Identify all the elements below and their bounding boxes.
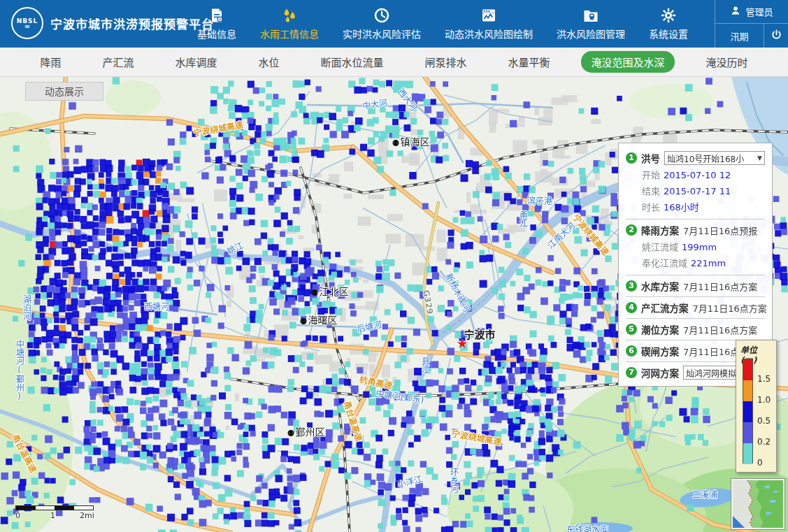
sub-navigation: 降雨产汇流水库调度水位断面水位流量闸泵排水水量平衡淹没范围及水深淹没历时 <box>0 48 788 77</box>
detail-label: 开始 <box>642 170 660 180</box>
panel-row-label: 产汇流方案 <box>641 301 689 315</box>
panel-row-value: 7月11日16点方案 <box>683 323 757 336</box>
menu-item-water-drops[interactable]: 水雨工情信息 <box>259 0 320 48</box>
select-value: 灿鸿河网模拟 <box>686 367 736 379</box>
menu-item-label: 实时洪水风险评估 <box>343 27 421 41</box>
step-number: 1 <box>626 152 637 164</box>
menu-item-folder-lock[interactable]: 洪水风险图管理 <box>555 0 626 48</box>
menu-item-label: 系统设置 <box>649 27 688 41</box>
panel-row-head: 2降雨方案7月11日16点预报 <box>626 223 765 237</box>
chevron-down-icon: ▼ <box>757 154 762 161</box>
scale-label-1: 1 <box>50 511 55 520</box>
step-number: 7 <box>626 367 637 378</box>
panel-row-label: 潮位方案 <box>641 322 679 336</box>
tab-闸泵排水[interactable]: 闸泵排水 <box>415 51 476 73</box>
tab-水位[interactable]: 水位 <box>248 51 289 73</box>
step-number: 4 <box>626 302 637 313</box>
legend-tick-label: 1.0 <box>757 395 771 405</box>
tab-降雨[interactable]: 降雨 <box>30 51 71 73</box>
legend-segment <box>743 401 752 422</box>
step-number: 6 <box>626 345 637 357</box>
app-logo-icon: NBSL≈ <box>11 7 43 39</box>
legend-segment <box>743 359 752 380</box>
main-menu: 基础信息水雨工情信息实时洪水风险评估动态洪水风险图绘制洪水风险图管理系统设置 <box>196 0 689 48</box>
panel-row-label: 碶闸方案 <box>641 344 679 358</box>
flood-season-button[interactable]: 汛期 <box>715 24 764 48</box>
detail-label: 姚江流域 <box>642 242 678 252</box>
panel-row-head: 4产汇流方案7月11日16点方案 <box>626 301 765 315</box>
menu-item-label: 动态洪水风险图绘制 <box>445 27 533 41</box>
user-menu[interactable]: 管理员 <box>715 0 788 24</box>
user-icon <box>730 5 741 18</box>
panel-row-value: 7月11日16点预报 <box>683 224 757 237</box>
menu-item-clock[interactable]: 实时洪水风险评估 <box>341 0 422 48</box>
panel-row-value: 7月11日16点方案 <box>693 301 767 315</box>
legend-segment <box>743 422 752 443</box>
panel-divider <box>626 296 765 297</box>
power-icon <box>771 29 782 43</box>
panel-row-label: 洪号 <box>641 151 660 165</box>
step-number: 5 <box>626 324 637 335</box>
scale-label-2: 2mi <box>80 511 94 520</box>
menu-item-label: 水雨工情信息 <box>260 27 319 41</box>
panel-divider <box>626 275 765 275</box>
panel-row-label: 降雨方案 <box>641 223 679 237</box>
menu-item-label: 基础信息 <box>197 27 236 41</box>
step-number: 2 <box>626 224 637 236</box>
panel-row-value: 7月11日16点方案 <box>683 280 757 293</box>
detail-label: 结束 <box>642 186 660 196</box>
select-value: 灿鸿10号开始168小 <box>667 152 744 164</box>
overview-minimap[interactable] <box>731 479 785 529</box>
panel-detail-row: 开始2015-07-10 12 <box>642 167 765 183</box>
map-area: 镇海区江北区海曙区鄞州区中大河西大河姚江西塘河湖泊河中塘河(鄞州)后塘河甬江江滨… <box>0 77 788 532</box>
document-info-icon <box>208 7 225 24</box>
scale-label-0: 0 <box>15 511 20 520</box>
detail-label: 时长 <box>642 202 660 213</box>
detail-value: 2015-07-10 12 <box>664 170 731 180</box>
tab-水库调度[interactable]: 水库调度 <box>165 51 227 73</box>
panel-row-head: 1洪号灿鸿10号开始168小▼ <box>626 151 765 165</box>
app-header: NBSL≈ 宁波市城市洪涝预报预警平台 基础信息水雨工情信息实时洪水风险评估动态… <box>0 0 788 48</box>
detail-value: 2015-07-17 11 <box>664 186 731 196</box>
legend-tick-label: 0.5 <box>757 416 771 426</box>
map-scale-bar: 0 1 2mi <box>15 505 94 521</box>
brand: NBSL≈ 宁波市城市洪涝预报预警平台 <box>11 7 214 39</box>
water-drops-icon <box>281 7 298 24</box>
legend-segment <box>743 380 752 401</box>
chart-window-icon <box>480 7 497 24</box>
menu-item-gear[interactable]: 系统设置 <box>647 0 689 48</box>
panel-detail-row: 奉化江流域221mm <box>642 255 765 271</box>
detail-value: 221mm <box>691 258 726 268</box>
tab-产汇流[interactable]: 产汇流 <box>92 51 143 73</box>
step-number: 3 <box>626 280 637 292</box>
menu-item-chart-window[interactable]: 动态洪水风险图绘制 <box>443 0 534 48</box>
panel-row-head: 5潮位方案7月11日16点方案 <box>626 322 765 336</box>
user-name: 管理员 <box>745 5 773 18</box>
logout-button[interactable] <box>764 24 788 48</box>
tab-断面水位流量[interactable]: 断面水位流量 <box>310 51 393 73</box>
minimap-collapse-icon[interactable] <box>733 516 745 528</box>
panel-detail-row: 姚江流域199mm <box>642 239 765 255</box>
panel-row-label: 河网方案 <box>641 366 679 380</box>
legend-tick-label: 0 <box>757 458 763 468</box>
legend-tick-label: 0.2 <box>757 437 771 447</box>
panel-detail-row: 时长168小时 <box>642 199 765 215</box>
menu-item-document-info[interactable]: 基础信息 <box>196 0 238 48</box>
洪号-select[interactable]: 灿鸿10号开始168小▼ <box>664 151 765 165</box>
legend-color-bar <box>743 359 753 463</box>
detail-value: 168小时 <box>664 202 699 213</box>
user-zone: 管理员 汛期 <box>715 0 788 48</box>
panel-divider <box>626 318 765 319</box>
clock-icon <box>373 7 390 24</box>
legend-segment <box>743 443 752 464</box>
tab-淹没历时[interactable]: 淹没历时 <box>696 51 757 73</box>
detail-label: 奉化江流域 <box>642 258 687 268</box>
tab-水量平衡[interactable]: 水量平衡 <box>498 51 559 73</box>
gear-icon <box>660 7 677 24</box>
tab-淹没范围及水深[interactable]: 淹没范围及水深 <box>581 51 674 73</box>
panel-detail-row: 结束2015-07-17 11 <box>642 183 765 199</box>
detail-value: 199mm <box>682 242 717 252</box>
panel-divider <box>626 219 765 220</box>
dynamic-display-button[interactable]: 动态展示 <box>25 82 103 101</box>
app-title: 宁波市城市洪涝预报预警平台 <box>50 15 214 32</box>
